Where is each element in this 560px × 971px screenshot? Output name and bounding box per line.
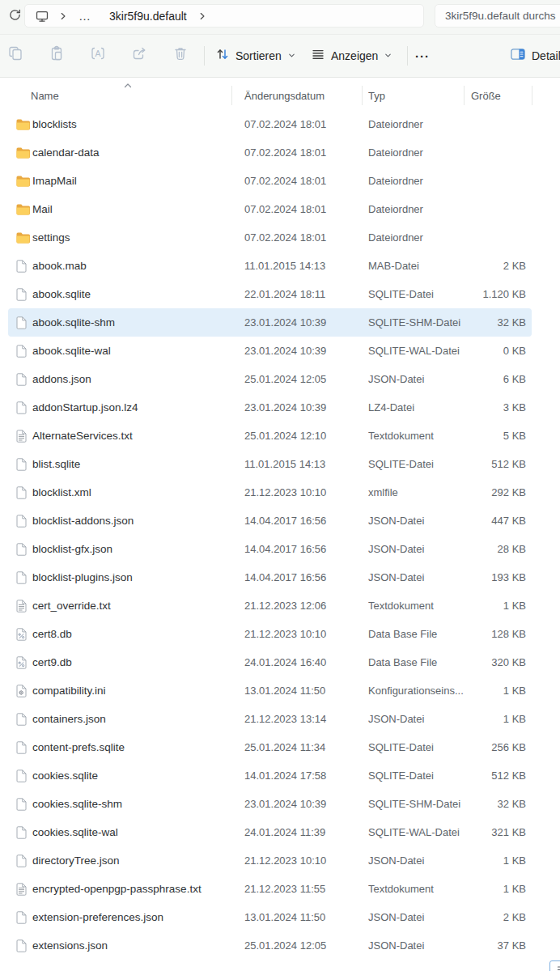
file-type: Dateiordner (368, 231, 471, 244)
file-icon (16, 515, 32, 528)
file-icon (16, 260, 27, 273)
chevron-right-icon[interactable] (195, 11, 210, 22)
file-icon (16, 401, 32, 414)
file-type: SQLITE-Datei (368, 770, 471, 782)
column-resize-handle[interactable] (231, 86, 232, 105)
file-type: SQLITE-SHM-Datei (368, 316, 471, 329)
command-toolbar: A (0, 35, 560, 78)
table-row[interactable]: abook.sqlite 22.01.2024 18:11 SQLITE-Dat… (8, 280, 532, 308)
refresh-button[interactable] (4, 6, 25, 27)
monitor-icon[interactable] (25, 9, 56, 23)
file-icon (16, 713, 32, 726)
table-row[interactable]: abook.mab 11.01.2015 14:13 MAB-Datei 2 K… (8, 252, 532, 280)
column-header-size[interactable]: Größe (471, 90, 526, 102)
table-row[interactable]: blocklist.xml 21.12.2023 10:10 xmlfile 2… (8, 478, 532, 507)
file-icon (16, 515, 27, 528)
share-button[interactable] (125, 41, 153, 69)
file-icon (16, 939, 32, 952)
table-row[interactable]: addons.json 25.01.2024 12:05 JSON-Datei … (8, 365, 532, 393)
table-row[interactable]: cookies.sqlite-wal 24.01.2024 11:39 SQLI… (8, 818, 532, 846)
file-icon (16, 373, 27, 386)
column-header-date[interactable]: Änderungsdatum (244, 90, 368, 102)
table-row[interactable]: addonStartup.json.lz4 23.01.2024 10:39 L… (8, 393, 532, 422)
table-row[interactable]: blocklists 07.02.2024 18:01 Dateiordner (8, 110, 532, 138)
column-resize-handle[interactable] (362, 86, 363, 105)
file-type: Data Base File (368, 656, 471, 668)
file-name: abook.mab (32, 260, 244, 272)
table-row[interactable]: cert_override.txt 21.12.2023 12:06 Textd… (8, 592, 532, 620)
file-type: JSON-Datei (368, 854, 471, 867)
table-row[interactable]: blist.sqlite 11.01.2015 14:13 SQLITE-Dat… (8, 450, 532, 478)
refresh-icon (8, 8, 22, 25)
table-row[interactable]: compatibility.ini 13.01.2024 11:50 Konfi… (8, 676, 532, 705)
table-row[interactable]: ImapMail 07.02.2024 18:01 Dateiordner (8, 167, 532, 195)
table-row[interactable]: blocklist-addons.json 14.04.2017 16:56 J… (8, 507, 532, 535)
table-row[interactable]: abook.sqlite-wal 23.01.2024 10:39 SQLITE… (8, 337, 532, 365)
file-name: cookies.sqlite (32, 770, 244, 782)
file-name: cert8.db (32, 628, 244, 640)
breadcrumb-overflow-button[interactable]: … (70, 9, 100, 23)
chevron-down-icon (384, 49, 392, 63)
file-name: abook.sqlite-wal (32, 345, 244, 357)
table-row[interactable]: abook.sqlite-shm 23.01.2024 10:39 SQLITE… (8, 308, 532, 337)
file-size: 193 KB (471, 571, 526, 583)
search-box[interactable]: 3kir5f9u.default durchs (435, 4, 560, 28)
sort-button[interactable]: Sortieren (212, 41, 299, 70)
file-icon (16, 260, 32, 273)
rename-button[interactable]: A (84, 41, 112, 69)
table-row[interactable]: blocklist-plugins.json 14.04.2017 16:56 … (8, 563, 532, 592)
copy-button[interactable] (2, 41, 29, 69)
file-name: cert9.db (32, 656, 244, 668)
column-resize-handle[interactable] (532, 86, 532, 105)
table-row[interactable]: containers.json 21.12.2023 13:14 JSON-Da… (8, 705, 532, 733)
table-row[interactable]: cookies.sqlite 14.01.2024 17:58 SQLITE-D… (8, 761, 532, 790)
column-header-name[interactable]: Name (16, 90, 244, 102)
table-row[interactable]: cert8.db 21.12.2023 10:10 Data Base File… (8, 620, 532, 648)
view-button[interactable]: Anzeigen (308, 41, 396, 70)
table-row[interactable]: cookies.sqlite-shm 23.01.2024 10:39 SQLI… (8, 790, 532, 818)
file-icon (16, 854, 27, 867)
file-type: Konfigurationseins... (368, 685, 471, 697)
file-size: 28 KB (471, 543, 526, 555)
file-name: cookies.sqlite-shm (32, 798, 244, 810)
file-name: abook.sqlite (32, 288, 244, 300)
delete-icon (172, 45, 189, 65)
table-row[interactable]: extension-preferences.json 13.01.2024 11… (8, 903, 532, 931)
file-modified-date: 25.01.2024 11:34 (244, 741, 368, 753)
address-bar[interactable]: … 3kir5f9u.default (24, 4, 424, 28)
file-name: blocklist-gfx.json (32, 543, 244, 555)
table-row[interactable]: cert9.db 24.01.2024 16:40 Data Base File… (8, 648, 532, 676)
details-view-toggle-button[interactable] (549, 960, 560, 971)
table-row[interactable]: content-prefs.sqlite 25.01.2024 11:34 SQ… (8, 733, 532, 761)
text-icon (16, 883, 32, 896)
table-row[interactable]: extensions.json 25.01.2024 12:05 JSON-Da… (8, 931, 532, 960)
table-row[interactable]: calendar-data 07.02.2024 18:01 Dateiordn… (8, 138, 532, 167)
table-row[interactable]: encrypted-openpgp-passphrase.txt 21.12.2… (8, 875, 532, 903)
list-view-icon (557, 963, 560, 971)
folder-icon (16, 147, 32, 159)
paste-button[interactable] (43, 41, 70, 69)
table-row[interactable]: directoryTree.json 21.12.2023 10:10 JSON… (8, 846, 532, 875)
breadcrumb-folder[interactable]: 3kir5f9u.default (100, 10, 195, 23)
delete-button[interactable] (167, 41, 194, 69)
file-name: directoryTree.json (32, 854, 244, 867)
more-options-button[interactable]: ··· (415, 41, 430, 70)
table-row[interactable]: AlternateServices.txt 25.01.2024 12:10 T… (8, 422, 532, 450)
table-row[interactable]: settings 07.02.2024 18:01 Dateiordner (8, 223, 532, 252)
table-row[interactable]: Mail 07.02.2024 18:01 Dateiordner (8, 195, 532, 223)
text-icon (16, 600, 32, 613)
column-resize-handle[interactable] (464, 86, 465, 105)
file-size: 1 KB (471, 600, 526, 612)
details-pane-button[interactable]: Details (511, 41, 560, 70)
file-name: AlternateServices.txt (32, 430, 244, 442)
toolbar-separator (407, 46, 408, 66)
file-icon (16, 939, 27, 952)
column-header-type[interactable]: Typ (368, 90, 471, 102)
chevron-down-icon (287, 49, 296, 63)
table-row[interactable]: blocklist-gfx.json 14.04.2017 16:56 JSON… (8, 535, 532, 563)
folder-icon (16, 119, 32, 130)
file-icon (16, 316, 27, 329)
folder-icon (16, 204, 30, 215)
file-icon (16, 911, 27, 924)
sort-button-label: Sortieren (235, 49, 282, 62)
